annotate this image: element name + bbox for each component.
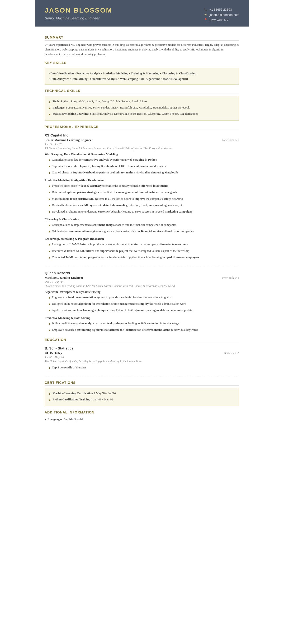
list-item: ●Engineered a food recommendation system… <box>48 294 239 301</box>
bullet-marker: ● <box>48 249 50 254</box>
bullet-marker: ● <box>48 242 50 247</box>
tech-skill-item: ● Tools: Python, PostgreSQL, AWS, Hive, … <box>49 99 235 105</box>
phone-value: +1 83657 23893 <box>209 8 232 11</box>
cert-bullet: ● <box>49 391 51 397</box>
job-section-heading: Predictive Modeling & Data Mining <box>45 316 239 320</box>
candidate-name: JASON BLOSSOM <box>45 7 112 14</box>
list-item: ●Designed an in-house algorithm for atte… <box>48 301 239 307</box>
summary-section-title: SUMMARY <box>45 36 239 40</box>
edu-dates: Jul '06 - May '10 <box>45 356 239 359</box>
bullet-marker: ● <box>48 158 50 163</box>
bullet-marker: ● <box>48 308 50 313</box>
bullet-marker: ● <box>48 190 50 195</box>
edu-description: The University of California, Berkeley i… <box>45 360 239 363</box>
bullet-dot: ● <box>49 99 51 105</box>
bullet-marker: ● <box>48 184 50 189</box>
certifications-box: ● Machine Learning Certification 1 May '… <box>45 388 239 406</box>
tech-skills-box: ● Tools: Python, PostgreSQL, AWS, Hive, … <box>45 96 239 120</box>
company-name: XS Capital Inc. <box>45 133 239 137</box>
tech-item-text: Statistics/Machine Learning: Statistical… <box>53 111 198 116</box>
email-contact: ✉ jason.b@horizon.com <box>204 13 239 16</box>
cert-text: Python Certification Training 1 Jan '09 … <box>53 397 113 402</box>
job-bullet-list: ●Engineered a food recommendation system… <box>48 294 239 314</box>
email-value: jason.b@horizon.com <box>209 13 239 16</box>
bullet-text: Made multiple touch sensitive ML systems… <box>52 196 183 201</box>
bullet-text: Applied various machine learning techniq… <box>52 308 192 312</box>
edu-bullet-list: ●Top 5 percentile of the class <box>48 365 239 371</box>
edu-location: Berkeley, CA <box>224 352 239 355</box>
bullet-marker: ● <box>48 223 50 228</box>
skills-line-2-text: • Data Analytics • Data Mining • Quantit… <box>49 77 188 80</box>
list-item: ●Recruited & trained 5+ ML interns and s… <box>48 248 239 254</box>
tech-skill-item: ● Packages: Scikit-Learn, NumPy, SciPy, … <box>49 105 235 111</box>
job-header: Senior Machine Learning Engineer New Yor… <box>45 138 239 142</box>
cert-item: ● Machine Learning Certification 1 May '… <box>49 391 235 397</box>
list-item: ●Built a predictive model to analyze cus… <box>48 320 239 327</box>
list-item: ●Supervised model development, testing &… <box>48 163 239 170</box>
certifications-section-title: CERTIFICATIONS <box>45 381 239 386</box>
list-item: ●Originated a recommendation engine to s… <box>48 228 239 235</box>
list-item: ●Determined optimal pricing strategies t… <box>48 189 239 196</box>
summary-text: 9+ years experienced ML Engineer with pr… <box>45 42 239 57</box>
list-item: ●Made multiple touch sensitive ML system… <box>48 196 239 202</box>
job-section-heading: Predictive Modeling & Algorithm Developm… <box>45 179 239 182</box>
bullet-marker: ● <box>48 170 50 176</box>
cert-text: Machine Learning Certification 1 May '10… <box>53 391 116 396</box>
bullet-text: Determined optimal pricing strategies to… <box>52 190 177 194</box>
bullet-marker: ● <box>48 302 50 307</box>
bullet-text: Led a group of 10+ML Interns in producin… <box>52 242 188 247</box>
job-section-heading: Web Scraping, Data Visualization & Regre… <box>45 152 239 156</box>
list-item: ●Applied various machine learning techni… <box>48 307 239 314</box>
job-bullet-list: ●Built a predictive model to analyze cus… <box>48 320 239 334</box>
phone-contact: 📞 +1 83657 23893 <box>204 8 232 11</box>
job-bullet-list: ●Compiled pricing data for competitive a… <box>48 157 239 176</box>
job-bullet-list: ●Predicted stock price with 98% accuracy… <box>48 183 239 216</box>
skills-line-1-text: • Data Visualization • Predictive Analys… <box>49 72 196 75</box>
bullet-text: Created charts in Jupyter Notebook to pe… <box>52 170 178 175</box>
bullet-marker: ● <box>48 203 50 208</box>
bullet-text: Conceptualized & implemented a sentiment… <box>52 222 176 227</box>
bullet-text: Designed an in-house algorithm for atten… <box>52 302 186 306</box>
list-item: ●Created charts in Jupyter Notebook to p… <box>48 170 239 176</box>
job-title: Machine Learning Engineer <box>45 276 83 280</box>
bullet-marker: ● <box>48 197 50 202</box>
skills-line-1: • Data Visualization • Predictive Analys… <box>49 71 235 76</box>
email-icon: ✉ <box>204 13 208 16</box>
bullet-marker: ● <box>48 365 50 370</box>
bullet-marker: ● <box>48 328 50 333</box>
job-dates: Oct '10 - Jun '14 <box>45 280 239 284</box>
list-item: ●Predicted stock price with 98% accuracy… <box>48 183 239 189</box>
main-content: SUMMARY 9+ years experienced ML Engineer… <box>35 26 249 429</box>
bullet-text: Originated a recommendation engine to su… <box>52 229 194 234</box>
tech-skills-section-title: TECHNICAL SKILLS <box>45 89 239 94</box>
tech-item-text: Packages: Scikit-Learn, NumPy, SciPy, Pa… <box>53 105 190 110</box>
list-item: ●Developed an algorithm to understand cu… <box>48 209 239 215</box>
location-value: New York, NY <box>209 18 228 22</box>
phone-icon: 📞 <box>204 8 208 11</box>
bullet-text: Conducted 5+ ML workshop programs on the… <box>52 255 199 260</box>
list-item: ●Compiled pricing data for competitive a… <box>48 157 239 163</box>
list-item: ●Led a group of 10+ML Interns in produci… <box>48 242 239 248</box>
list-item: ●Employed advanced text mining algorithm… <box>48 327 239 333</box>
bullet-marker: ● <box>48 164 50 169</box>
list-item: ●Devised high-performance ML systems to … <box>48 202 239 209</box>
job-location: New York, NY <box>222 138 239 142</box>
list-item: ●Top 5 percentile of the class <box>48 365 239 371</box>
job-section-heading: Leadership, Mentoring & Program Innovati… <box>45 237 239 241</box>
header-contact: 📞 +1 83657 23893 ✉ jason.b@horizon.com 📍… <box>204 8 239 22</box>
degree-name: B. Sc. - Statistics <box>45 346 239 350</box>
bullet-marker: ● <box>48 321 50 326</box>
job-header: Machine Learning Engineer New York, NY <box>45 276 239 280</box>
bullet-text: Devised high-performance ML systems to d… <box>52 203 184 208</box>
job-divider <box>45 266 239 266</box>
education-container: B. Sc. - Statistics UC Berkeley Berkeley… <box>45 346 239 376</box>
bullet-marker: ● <box>48 295 50 300</box>
bullet-text: Supervised model development, testing & … <box>52 164 166 168</box>
location-icon: 📍 <box>204 18 208 22</box>
candidate-title: Senior Machine Learning Engineer <box>45 16 112 20</box>
key-skills-section-title: KEY SKILLS <box>45 61 239 66</box>
list-item: ●Conducted 5+ ML workshop programs on th… <box>48 254 239 261</box>
job-dates: Jul '14 - Jul '19 <box>45 142 239 146</box>
education-section-title: EDUCATION <box>45 338 239 343</box>
bullet-text: Employed advanced text mining algorithms… <box>52 328 198 332</box>
